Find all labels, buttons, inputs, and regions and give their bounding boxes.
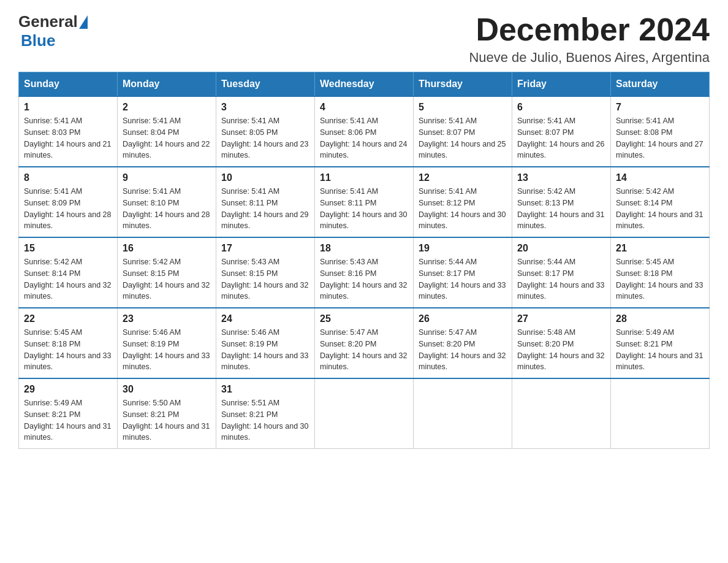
day-info: Sunrise: 5:41 AM Sunset: 8:04 PM Dayligh… xyxy=(123,115,211,161)
day-number: 13 xyxy=(517,172,605,183)
sunset-label: Sunset: 8:21 PM xyxy=(24,410,80,419)
day-info: Sunrise: 5:41 AM Sunset: 8:11 PM Dayligh… xyxy=(221,186,309,232)
daylight-label: Daylight: 14 hours and 31 minutes. xyxy=(123,422,210,442)
day-number: 16 xyxy=(123,243,211,254)
daylight-label: Daylight: 14 hours and 31 minutes. xyxy=(616,351,703,372)
calendar-cell: 20 Sunrise: 5:44 AM Sunset: 8:17 PM Dayl… xyxy=(512,237,611,308)
sunrise-label: Sunrise: 5:41 AM xyxy=(517,117,575,125)
sunrise-label: Sunrise: 5:41 AM xyxy=(221,117,279,125)
sunrise-label: Sunrise: 5:42 AM xyxy=(616,187,674,196)
sunset-label: Sunset: 8:15 PM xyxy=(123,269,179,278)
day-number: 22 xyxy=(24,313,112,324)
day-number: 6 xyxy=(517,102,605,113)
sunset-label: Sunset: 8:12 PM xyxy=(419,199,475,207)
calendar-cell: 21 Sunrise: 5:45 AM Sunset: 8:18 PM Dayl… xyxy=(611,237,710,308)
day-number: 11 xyxy=(320,172,408,183)
week-row-1: 1 Sunrise: 5:41 AM Sunset: 8:03 PM Dayli… xyxy=(19,96,710,167)
sunset-label: Sunset: 8:19 PM xyxy=(123,340,179,348)
calendar-cell: 30 Sunrise: 5:50 AM Sunset: 8:21 PM Dayl… xyxy=(118,378,216,449)
weekday-header-saturday: Saturday xyxy=(611,72,710,97)
logo-blue-text: Blue xyxy=(21,31,55,50)
day-info: Sunrise: 5:42 AM Sunset: 8:13 PM Dayligh… xyxy=(517,186,605,232)
calendar-cell: 19 Sunrise: 5:44 AM Sunset: 8:17 PM Dayl… xyxy=(414,237,512,308)
day-number: 30 xyxy=(123,384,211,395)
calendar-cell: 6 Sunrise: 5:41 AM Sunset: 8:07 PM Dayli… xyxy=(512,96,611,167)
daylight-label: Daylight: 14 hours and 31 minutes. xyxy=(616,210,703,231)
day-number: 28 xyxy=(616,313,704,324)
daylight-label: Daylight: 14 hours and 23 minutes. xyxy=(221,140,308,160)
sunset-label: Sunset: 8:14 PM xyxy=(616,199,672,207)
day-number: 10 xyxy=(221,172,309,183)
calendar-cell: 8 Sunrise: 5:41 AM Sunset: 8:09 PM Dayli… xyxy=(19,167,118,237)
day-info: Sunrise: 5:41 AM Sunset: 8:06 PM Dayligh… xyxy=(320,115,408,161)
calendar-cell: 2 Sunrise: 5:41 AM Sunset: 8:04 PM Dayli… xyxy=(118,96,216,167)
sunset-label: Sunset: 8:21 PM xyxy=(221,410,278,419)
week-row-4: 22 Sunrise: 5:45 AM Sunset: 8:18 PM Dayl… xyxy=(19,308,710,378)
sunrise-label: Sunrise: 5:41 AM xyxy=(419,187,477,196)
sunrise-label: Sunrise: 5:41 AM xyxy=(24,187,82,196)
calendar-cell: 9 Sunrise: 5:41 AM Sunset: 8:10 PM Dayli… xyxy=(118,167,216,237)
weekday-header-sunday: Sunday xyxy=(19,72,118,97)
day-info: Sunrise: 5:44 AM Sunset: 8:17 PM Dayligh… xyxy=(517,256,605,302)
daylight-label: Daylight: 14 hours and 33 minutes. xyxy=(616,281,703,301)
day-number: 4 xyxy=(320,102,408,113)
daylight-label: Daylight: 14 hours and 33 minutes. xyxy=(123,351,210,372)
weekday-header-friday: Friday xyxy=(512,72,611,97)
calendar-cell: 14 Sunrise: 5:42 AM Sunset: 8:14 PM Dayl… xyxy=(611,167,710,237)
sunset-label: Sunset: 8:09 PM xyxy=(24,199,80,207)
daylight-label: Daylight: 14 hours and 33 minutes. xyxy=(419,281,506,301)
daylight-label: Daylight: 14 hours and 33 minutes. xyxy=(24,351,111,372)
day-number: 15 xyxy=(24,243,112,254)
calendar-cell: 25 Sunrise: 5:47 AM Sunset: 8:20 PM Dayl… xyxy=(315,308,414,378)
daylight-label: Daylight: 14 hours and 32 minutes. xyxy=(517,351,604,372)
day-number: 1 xyxy=(24,102,112,113)
day-info: Sunrise: 5:50 AM Sunset: 8:21 PM Dayligh… xyxy=(123,397,211,443)
daylight-label: Daylight: 14 hours and 26 minutes. xyxy=(517,140,604,160)
day-info: Sunrise: 5:46 AM Sunset: 8:19 PM Dayligh… xyxy=(123,327,211,373)
sunset-label: Sunset: 8:14 PM xyxy=(24,269,80,278)
calendar-cell: 5 Sunrise: 5:41 AM Sunset: 8:07 PM Dayli… xyxy=(414,96,512,167)
calendar-cell: 7 Sunrise: 5:41 AM Sunset: 8:08 PM Dayli… xyxy=(611,96,710,167)
daylight-label: Daylight: 14 hours and 29 minutes. xyxy=(221,210,308,231)
sunrise-label: Sunrise: 5:49 AM xyxy=(24,399,82,407)
day-number: 5 xyxy=(419,102,507,113)
day-info: Sunrise: 5:44 AM Sunset: 8:17 PM Dayligh… xyxy=(419,256,507,302)
sunset-label: Sunset: 8:20 PM xyxy=(517,340,574,348)
week-row-5: 29 Sunrise: 5:49 AM Sunset: 8:21 PM Dayl… xyxy=(19,378,710,449)
calendar-cell: 27 Sunrise: 5:48 AM Sunset: 8:20 PM Dayl… xyxy=(512,308,611,378)
sunset-label: Sunset: 8:15 PM xyxy=(221,269,278,278)
calendar-cell: 29 Sunrise: 5:49 AM Sunset: 8:21 PM Dayl… xyxy=(19,378,118,449)
calendar-cell: 15 Sunrise: 5:42 AM Sunset: 8:14 PM Dayl… xyxy=(19,237,118,308)
day-number: 25 xyxy=(320,313,408,324)
sunrise-label: Sunrise: 5:41 AM xyxy=(320,187,378,196)
week-row-2: 8 Sunrise: 5:41 AM Sunset: 8:09 PM Dayli… xyxy=(19,167,710,237)
sunset-label: Sunset: 8:06 PM xyxy=(320,128,376,137)
daylight-label: Daylight: 14 hours and 27 minutes. xyxy=(616,140,703,160)
daylight-label: Daylight: 14 hours and 28 minutes. xyxy=(123,210,210,231)
sunrise-label: Sunrise: 5:41 AM xyxy=(221,187,279,196)
sunset-label: Sunset: 8:20 PM xyxy=(320,340,376,348)
day-info: Sunrise: 5:43 AM Sunset: 8:16 PM Dayligh… xyxy=(320,256,408,302)
sunset-label: Sunset: 8:18 PM xyxy=(616,269,672,278)
weekday-header-monday: Monday xyxy=(118,72,216,97)
day-info: Sunrise: 5:46 AM Sunset: 8:19 PM Dayligh… xyxy=(221,327,309,373)
day-number: 3 xyxy=(221,102,309,113)
day-info: Sunrise: 5:43 AM Sunset: 8:15 PM Dayligh… xyxy=(221,256,309,302)
sunset-label: Sunset: 8:21 PM xyxy=(616,340,672,348)
day-number: 18 xyxy=(320,243,408,254)
sunrise-label: Sunrise: 5:46 AM xyxy=(221,328,279,337)
calendar-cell: 26 Sunrise: 5:47 AM Sunset: 8:20 PM Dayl… xyxy=(414,308,512,378)
day-number: 27 xyxy=(517,313,605,324)
sunset-label: Sunset: 8:20 PM xyxy=(419,340,475,348)
sunrise-label: Sunrise: 5:47 AM xyxy=(320,328,378,337)
daylight-label: Daylight: 14 hours and 32 minutes. xyxy=(24,281,111,301)
day-info: Sunrise: 5:49 AM Sunset: 8:21 PM Dayligh… xyxy=(616,327,704,373)
daylight-label: Daylight: 14 hours and 32 minutes. xyxy=(320,281,407,301)
calendar-cell xyxy=(611,378,710,449)
sunrise-label: Sunrise: 5:46 AM xyxy=(123,328,181,337)
daylight-label: Daylight: 14 hours and 28 minutes. xyxy=(24,210,111,231)
calendar-cell: 23 Sunrise: 5:46 AM Sunset: 8:19 PM Dayl… xyxy=(118,308,216,378)
calendar-cell: 1 Sunrise: 5:41 AM Sunset: 8:03 PM Dayli… xyxy=(19,96,118,167)
daylight-label: Daylight: 14 hours and 24 minutes. xyxy=(320,140,407,160)
day-info: Sunrise: 5:51 AM Sunset: 8:21 PM Dayligh… xyxy=(221,397,309,443)
